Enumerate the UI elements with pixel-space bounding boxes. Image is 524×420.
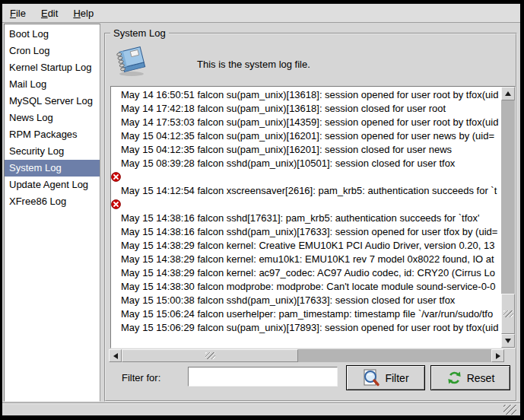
error-icon: [111, 199, 121, 209]
log-rows: May 14 16:50:51 falcon su(pam_unix)[1361…: [111, 88, 501, 335]
log-line: May 15 14:38:16 falcon sshd[17631]: pam_…: [111, 212, 501, 225]
menu-help[interactable]: Help: [71, 5, 100, 21]
sidebar-item-mail-log[interactable]: Mail Log: [5, 76, 100, 93]
sidebar-item-system-log[interactable]: System Log: [5, 160, 100, 177]
sidebar-item-security-log[interactable]: Security Log: [5, 143, 100, 160]
log-line: May 15 14:38:29 falcon kernel: Creative …: [111, 239, 501, 253]
menu-file[interactable]: File: [8, 5, 32, 21]
search-icon: [362, 368, 380, 387]
error-icon: [111, 172, 121, 182]
groupbox-title: System Log: [110, 27, 169, 39]
filter-input[interactable]: [188, 367, 338, 387]
right-arrow-icon: [496, 353, 500, 359]
refresh-icon: [446, 370, 462, 386]
log-line: May 15 14:38:16 falcon sshd(pam_unix)[17…: [111, 225, 501, 239]
log-line: May 15 14:38:29 falcon kernel: emu10k1: …: [111, 253, 501, 266]
menubar: File Edit Help: [2, 4, 520, 23]
sidebar-item-rpm-packages[interactable]: RPM Packages: [5, 126, 100, 143]
filter-button[interactable]: Filter: [346, 365, 425, 390]
log-line: May 14 17:53:03 falcon su(pam_unix)[1435…: [111, 116, 501, 129]
scroll-up-button[interactable]: [501, 87, 515, 100]
log-line: May 15 15:06:24 falcon userhelper: pam_t…: [111, 307, 501, 321]
down-arrow-icon: [505, 339, 511, 343]
menu-edit[interactable]: Edit: [39, 5, 64, 21]
log-list: Boot Log Cron Log Kernel Startup Log Mai…: [4, 24, 100, 402]
log-line: May 15 14:38:30 falcon modprobe: modprob…: [111, 280, 501, 294]
log-line: May 14 17:42:18 falcon su(pam_unix)[1361…: [111, 102, 501, 116]
log-line: May 15 04:12:35 falcon su(pam_unix)[1620…: [111, 143, 501, 157]
notebook-icon: [113, 42, 148, 78]
scroll-left-button[interactable]: [109, 349, 122, 362]
thumb-grip: [503, 310, 513, 317]
horizontal-scroll-thumb[interactable]: [122, 349, 298, 362]
log-line: May 15 14:38:29 falcon kernel: ac97_code…: [111, 266, 501, 280]
log-line: May 15 14:38:16 falcon sshd(pam_unix)[17…: [111, 198, 501, 212]
log-line: May 15 15:06:29 falcon su(pam_unix)[1789…: [111, 321, 501, 335]
app-window: File Edit Help Boot Log Cron Log Kernel …: [0, 0, 524, 420]
log-line: May 15 04:12:35 falcon su(pam_unix)[1620…: [111, 129, 501, 143]
log-view[interactable]: May 14 16:50:51 falcon su(pam_unix)[1361…: [110, 86, 516, 348]
log-line: May 15 14:12:54 falcon xscreensaver[2616…: [111, 184, 501, 198]
sidebar-item-news-log[interactable]: News Log: [5, 110, 100, 126]
log-line: May 15 08:39:28 falcon sshd(pam_unix)[10…: [111, 157, 501, 170]
thumb-grip: [205, 352, 215, 359]
sidebar-item-update-agent-log[interactable]: Update Agent Log: [5, 177, 100, 193]
scrollbar-horizontal[interactable]: [109, 349, 504, 362]
sidebar-item-boot-log[interactable]: Boot Log: [5, 26, 100, 43]
scrollbar-vertical[interactable]: [501, 87, 515, 348]
resize-grip[interactable]: [503, 405, 516, 415]
sidebar-item-xfree86-log[interactable]: XFree86 Log: [5, 193, 100, 210]
statusbar-divider: [2, 402, 520, 404]
log-description: This is the system log file.: [197, 59, 310, 70]
scroll-down-button[interactable]: [501, 334, 515, 348]
reset-button[interactable]: Reset: [430, 365, 510, 390]
log-line: May 14 16:50:51 falcon su(pam_unix)[1361…: [111, 88, 501, 102]
filter-label: Filter for:: [122, 372, 160, 383]
reset-button-label: Reset: [467, 372, 495, 384]
log-line: May 15 15:00:38 falcon sshd(pam_unix)[17…: [111, 294, 501, 307]
sidebar-item-cron-log[interactable]: Cron Log: [5, 43, 100, 59]
sidebar-item-mysql-server-log[interactable]: MySQL Server Log: [5, 93, 100, 110]
sidebar-item-kernel-startup-log[interactable]: Kernel Startup Log: [5, 59, 100, 76]
scroll-right-button[interactable]: [491, 349, 504, 362]
log-line: May 15 14:12:53 falcon xscreensaver(pam_…: [111, 170, 501, 184]
vertical-scroll-thumb[interactable]: [501, 294, 515, 334]
left-arrow-icon: [113, 353, 118, 359]
up-arrow-icon: [505, 91, 511, 96]
filter-button-label: Filter: [385, 372, 408, 384]
